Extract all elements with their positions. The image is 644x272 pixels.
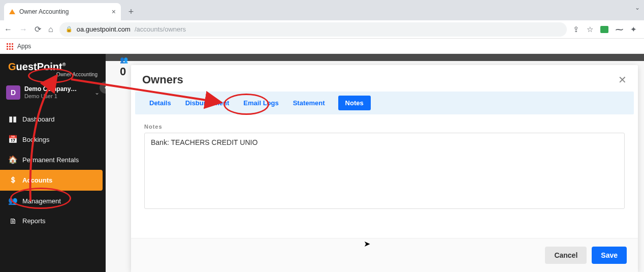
- sidebar-item-label: Reports: [22, 217, 46, 225]
- document-icon: 🗎: [8, 217, 17, 225]
- modal-tabs: Details Disbursement Email Logs Statemen…: [135, 92, 634, 114]
- url-host: oa.guestpoint.com: [77, 25, 131, 33]
- topbar-strip: [106, 54, 644, 61]
- cancel-button[interactable]: Cancel: [545, 247, 587, 264]
- extension-green-icon[interactable]: [600, 26, 608, 33]
- notes-text: Bank: TEACHERS CREDIT UNIO: [151, 138, 257, 146]
- nav-forward-icon: →: [19, 25, 27, 34]
- sidebar: GuestPoint® Owner Accounting ‹ D Demo Co…: [0, 54, 106, 272]
- bookmarks-bar: Apps: [0, 39, 644, 54]
- chevron-down-icon: ⌄: [94, 89, 100, 96]
- tab-title: Owner Accounting: [19, 8, 69, 15]
- tab-disbursement[interactable]: Disbursement: [184, 96, 231, 110]
- tab-favicon-icon: [9, 9, 15, 14]
- browser-tab-strip: ⌄ Owner Accounting × +: [0, 0, 644, 20]
- sidebar-item-label: Accounts: [22, 176, 52, 184]
- tab-details[interactable]: Details: [148, 96, 172, 110]
- tab-statement[interactable]: Statement: [292, 96, 326, 110]
- bookmark-star-icon[interactable]: ☆: [587, 25, 593, 34]
- sidebar-item-accounts[interactable]: ＄ Accounts: [0, 170, 103, 191]
- user-name: Demo User 1: [24, 93, 90, 100]
- house-icon: 🏠: [8, 155, 17, 164]
- tab-email-logs[interactable]: Email Logs: [242, 96, 279, 110]
- nav-back-icon[interactable]: ←: [4, 25, 12, 34]
- url-path: /accounts/owners: [135, 25, 186, 33]
- nav-home-icon[interactable]: ⌂: [48, 25, 53, 34]
- extension-blue-icon[interactable]: ⁓: [616, 25, 623, 34]
- main-area: 👥 0 Owners ✕ Details Disbursement Email …: [106, 54, 644, 272]
- sidebar-nav: ▮▮ Dashboard 📅 Bookings 🏠 Permanent Rent…: [0, 109, 106, 231]
- notes-label: Notes: [144, 124, 625, 130]
- sidebar-item-permanent-rentals[interactable]: 🏠 Permanent Rentals: [0, 149, 106, 170]
- company-name: Demo Company…: [24, 85, 90, 93]
- save-button[interactable]: Save: [592, 247, 627, 264]
- window-caret-icon[interactable]: ⌄: [635, 4, 640, 11]
- browser-toolbar: ← → ⟳ ⌂ 🔒 oa.guestpoint.com/accounts/own…: [0, 20, 644, 39]
- lock-icon: 🔒: [66, 26, 73, 33]
- sidebar-item-label: Bookings: [22, 136, 49, 143]
- sidebar-item-dashboard[interactable]: ▮▮ Dashboard: [0, 109, 106, 129]
- extensions-puzzle-icon[interactable]: ✦: [630, 25, 637, 34]
- brand-rest: uestPoint: [16, 61, 62, 72]
- users-icon: 👥: [8, 196, 17, 205]
- nav-reload-icon[interactable]: ⟳: [35, 24, 41, 34]
- sidebar-item-label: Management: [22, 197, 61, 205]
- tab-notes[interactable]: Notes: [338, 96, 371, 110]
- company-selector[interactable]: D Demo Company… Demo User 1 ⌄: [0, 80, 106, 105]
- sidebar-item-management[interactable]: 👥 Management: [0, 191, 106, 211]
- sidebar-item-label: Dashboard: [22, 115, 55, 123]
- new-tab-button[interactable]: +: [124, 5, 138, 19]
- count-fragment: 0: [120, 65, 126, 78]
- close-icon[interactable]: ✕: [618, 74, 627, 86]
- sidebar-item-bookings[interactable]: 📅 Bookings: [0, 129, 106, 149]
- brand-prefix: G: [8, 61, 16, 72]
- sidebar-item-reports[interactable]: 🗎 Reports: [0, 211, 106, 231]
- share-icon[interactable]: ⇪: [573, 25, 579, 34]
- notes-textarea[interactable]: Bank: TEACHERS CREDIT UNIO: [144, 133, 625, 209]
- modal-title: Owners: [142, 73, 183, 86]
- dollar-icon: ＄: [8, 175, 17, 185]
- owners-modal: Owners ✕ Details Disbursement Email Logs…: [131, 65, 638, 272]
- browser-tab[interactable]: Owner Accounting ×: [4, 3, 121, 20]
- company-badge: D: [6, 85, 20, 100]
- sidebar-item-label: Permanent Rentals: [22, 156, 79, 164]
- apps-label[interactable]: Apps: [17, 43, 31, 50]
- people-icon: 👥: [120, 56, 128, 64]
- apps-grid-icon[interactable]: [6, 43, 13, 50]
- brand-logo: GuestPoint® Owner Accounting: [0, 54, 106, 80]
- address-bar[interactable]: 🔒 oa.guestpoint.com/accounts/owners: [59, 22, 567, 37]
- bar-chart-icon: ▮▮: [8, 114, 17, 124]
- calendar-icon: 📅: [8, 135, 17, 144]
- tab-close-icon[interactable]: ×: [112, 8, 116, 16]
